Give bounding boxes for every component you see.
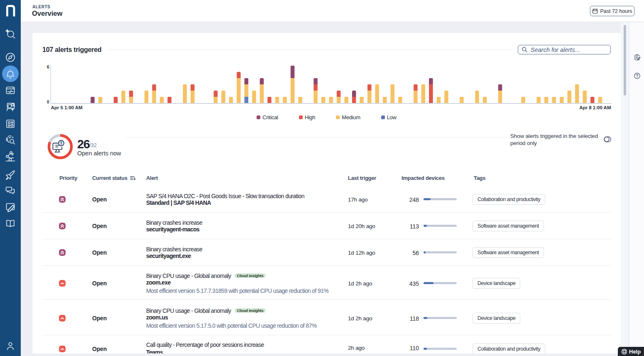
svg-text:0: 0: [47, 100, 49, 104]
svg-text:6: 6: [47, 65, 49, 69]
svg-text:Apr 8 1:00 AM: Apr 8 1:00 AM: [579, 105, 611, 110]
svg-text:Apr 5 1:00 AM: Apr 5 1:00 AM: [51, 105, 82, 110]
